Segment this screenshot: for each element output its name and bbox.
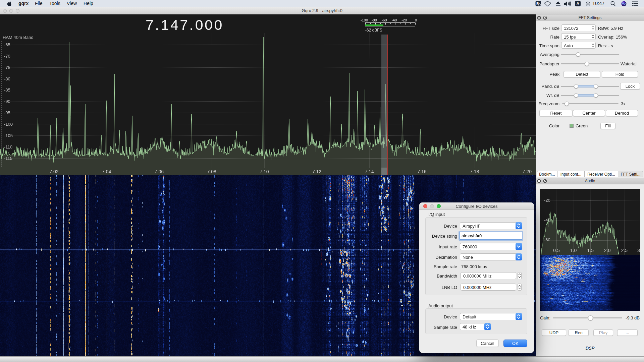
svg-text:A: A bbox=[576, 1, 579, 6]
